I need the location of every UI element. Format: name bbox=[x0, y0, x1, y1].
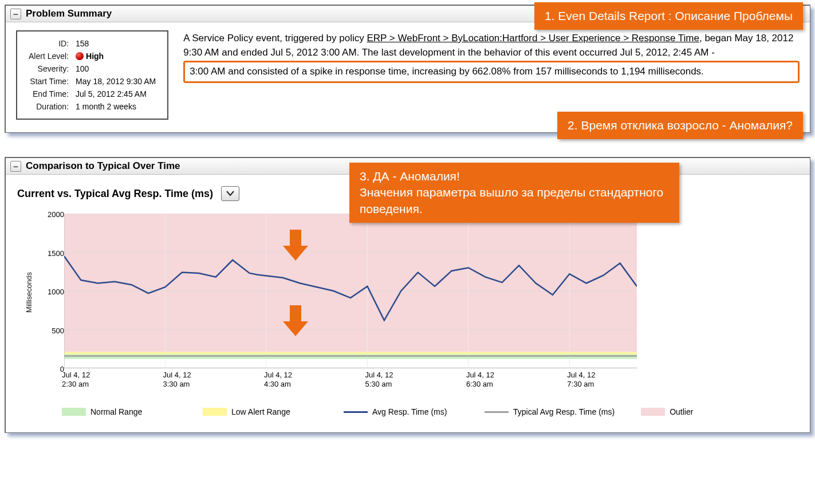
label-end-time: End Time: bbox=[25, 88, 72, 100]
label-duration: Duration: bbox=[25, 100, 72, 113]
desc-highlighted: 3:00 AM and consisted of a spike in resp… bbox=[183, 61, 800, 83]
annotation-arrow-2 bbox=[283, 305, 308, 337]
label-alert-level: Alert Level: bbox=[25, 50, 72, 62]
alert-level-icon bbox=[76, 52, 84, 60]
svg-rect-1 bbox=[64, 352, 637, 355]
annotation-arrow-1 bbox=[283, 230, 308, 262]
chart-legend: Normal Range Low Alert Range Avg Resp. T… bbox=[62, 407, 800, 416]
value-alert-level: High bbox=[72, 50, 159, 62]
value-id: 158 bbox=[72, 37, 159, 50]
panel-title: Comparison to Typical Over Time bbox=[26, 160, 180, 172]
label-severity: Severity: bbox=[25, 62, 72, 75]
label-id: ID: bbox=[25, 37, 72, 50]
collapse-button[interactable]: – bbox=[10, 161, 21, 172]
legend-typical-avg: Typical Avg Resp. Time (ms) bbox=[485, 407, 615, 416]
value-severity: 100 bbox=[72, 62, 159, 75]
legend-avg-resp-time: Avg Resp. Time (ms) bbox=[344, 407, 458, 416]
chevron-down-icon bbox=[226, 191, 234, 196]
annotation-2: 2. Время отклика возросло - Аномалия? bbox=[557, 112, 803, 139]
svg-rect-0 bbox=[64, 214, 637, 352]
collapse-button[interactable]: – bbox=[10, 9, 21, 19]
annotation-3: 3. ДА - Аномалия! Значения параметра выш… bbox=[349, 163, 679, 223]
legend-outlier: Outlier bbox=[641, 407, 755, 416]
desc-part-1: A Service Policy event, triggered by pol… bbox=[183, 33, 367, 44]
problem-summary-panel: – Problem Summary 1. Even Details Report… bbox=[5, 5, 810, 133]
summary-description: A Service Policy event, triggered by pol… bbox=[183, 30, 800, 83]
label-start-time: Start Time: bbox=[25, 75, 72, 88]
summary-info-box: ID: 158 Alert Level: High Severity: 100 … bbox=[16, 30, 168, 120]
panel-title: Problem Summary bbox=[26, 8, 112, 19]
value-end-time: Jul 5, 2012 2:45 AM bbox=[72, 88, 159, 100]
value-duration: 1 month 2 weeks bbox=[72, 100, 159, 113]
legend-normal-range: Normal Range bbox=[62, 407, 176, 416]
legend-low-alert-range: Low Alert Range bbox=[203, 407, 317, 416]
chart-title: Current vs. Typical Avg Resp. Time (ms) bbox=[17, 188, 213, 200]
svg-rect-2 bbox=[64, 355, 637, 359]
policy-link[interactable]: ERP > WebFront > ByLocation:Hartford > U… bbox=[367, 33, 699, 44]
comparison-panel: – Comparison to Typical Over Time 3. ДА … bbox=[5, 157, 810, 433]
annotation-1: 1. Even Details Report : Описание Пробле… bbox=[534, 2, 803, 30]
chart-area: Milliseconds 0500100015002000 Jul 4, 122… bbox=[19, 209, 649, 404]
chart-svg bbox=[64, 214, 637, 368]
value-start-time: May 18, 2012 9:30 AM bbox=[72, 75, 159, 88]
chart-options-button[interactable] bbox=[221, 186, 239, 201]
y-axis-label: Milliseconds bbox=[19, 209, 38, 375]
